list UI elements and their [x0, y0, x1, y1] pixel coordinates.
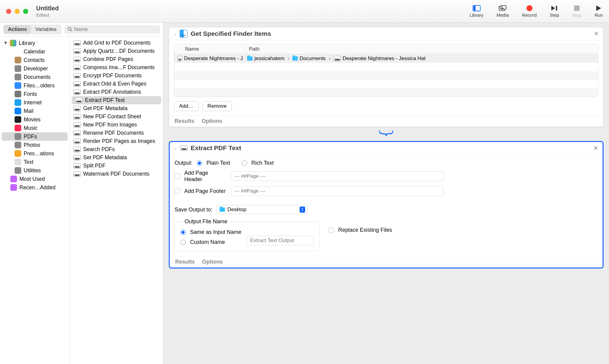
pdf-action-icon: [180, 145, 188, 151]
remove-button[interactable]: Remove: [202, 101, 232, 111]
action-item[interactable]: Rename PDF Documents: [70, 129, 163, 137]
sidebar-item-internet[interactable]: Internet: [0, 98, 70, 107]
media-icon: [499, 5, 507, 12]
chevron-down-icon[interactable]: ⌄: [173, 32, 177, 36]
action-item[interactable]: Apply Quartz…DF Documents: [70, 47, 163, 55]
action-item[interactable]: Search PDFs: [70, 145, 163, 153]
sidebar-item-most-used[interactable]: Most Used: [0, 175, 70, 183]
action-item[interactable]: Add Grid to PDF Documents: [70, 39, 163, 47]
sidebar-item-movies[interactable]: Movies: [0, 115, 70, 124]
category-icon: [15, 48, 21, 55]
action-icon: [73, 57, 81, 62]
radio-same-name[interactable]: [180, 230, 186, 235]
header-input[interactable]: [231, 171, 444, 181]
replace-row: Replace Existing Files: [328, 225, 392, 235]
window-subtitle: Edited: [36, 12, 59, 18]
action-item[interactable]: Set PDF Metadata: [70, 153, 163, 162]
finder-table[interactable]: Name Path Desperate Nightmares - J jessi…: [174, 44, 598, 97]
sidebar-item-developer[interactable]: Developer: [0, 64, 70, 73]
search-input[interactable]: [74, 26, 157, 32]
action-item[interactable]: Extract Odd & Even Pages: [70, 80, 163, 88]
workflow-card-finder-items[interactable]: ⌄ Get Specified Finder Items ✕ Name Path: [169, 27, 604, 127]
svg-rect-7: [574, 5, 580, 11]
run-button[interactable]: Run: [594, 5, 603, 18]
record-button[interactable]: Record: [522, 5, 536, 18]
add-button[interactable]: Add…: [174, 101, 199, 111]
zoom-window-button[interactable]: [23, 9, 28, 14]
close-icon[interactable]: ✕: [594, 30, 599, 37]
chevron-down-icon[interactable]: ▾: [4, 40, 7, 46]
tab-variables[interactable]: Variables: [31, 25, 61, 34]
action-item[interactable]: Watermark PDF Documents: [70, 170, 163, 178]
category-icon: [15, 150, 21, 157]
action-icon: [73, 49, 81, 54]
table-row[interactable]: Desperate Nightmares - J jessicahatem › …: [174, 54, 598, 63]
sidebar-item-pdfs[interactable]: PDFs: [2, 132, 68, 141]
library-tree[interactable]: ▾ Library CalendarContactsDeveloperDocum…: [0, 36, 70, 364]
action-item[interactable]: New PDF from Images: [70, 121, 163, 129]
footer-input[interactable]: [231, 186, 444, 196]
chevron-down-icon[interactable]: ⌄: [174, 146, 177, 150]
sidebar-item-text[interactable]: Text: [0, 158, 70, 166]
tree-root[interactable]: ▾ Library: [0, 39, 70, 47]
action-list[interactable]: Add Grid to PDF DocumentsApply Quartz…DF…: [70, 36, 163, 364]
minimize-window-button[interactable]: [15, 9, 20, 14]
category-icon: [15, 142, 21, 148]
action-item[interactable]: Render PDF Pages as Images: [70, 137, 163, 145]
action-item[interactable]: Extract PDF Annotations: [70, 88, 163, 96]
category-icon: [15, 57, 21, 63]
radio-plain-text[interactable]: [197, 160, 202, 166]
results-tab[interactable]: Results: [175, 118, 194, 124]
column-name[interactable]: Name: [182, 44, 245, 54]
workflow-card-extract-pdf[interactable]: ⌄ Extract PDF Text ✕ Output: Plain Text …: [169, 141, 604, 268]
card-footer: Results Options: [169, 115, 603, 127]
action-icon: [73, 130, 81, 136]
library-stack-icon: [10, 40, 16, 46]
radio-custom-name[interactable]: [180, 240, 186, 245]
action-item[interactable]: Encrypt PDF Documents: [70, 72, 163, 80]
save-location-select[interactable]: Desktop ▲▼: [217, 205, 308, 214]
step-button[interactable]: Step: [550, 5, 559, 18]
action-item[interactable]: Compress Ima…F Documents: [70, 63, 163, 72]
close-window-button[interactable]: [6, 9, 11, 14]
action-item[interactable]: Split PDF: [70, 162, 163, 170]
sidebar-item-contacts[interactable]: Contacts: [0, 56, 70, 64]
workflow-connector: [169, 130, 604, 138]
sidebar-item-mail[interactable]: Mail: [0, 107, 70, 115]
media-button[interactable]: Media: [497, 5, 509, 18]
results-tab[interactable]: Results: [175, 259, 195, 265]
category-icon: [15, 65, 21, 72]
sidebar-item-calendar[interactable]: Calendar: [0, 47, 70, 56]
sidebar-item-recen-added[interactable]: Recen…Added: [0, 183, 70, 192]
library-toolbar: Actions Variables: [0, 23, 163, 36]
library-button[interactable]: Library: [470, 5, 484, 18]
check-add-footer[interactable]: [175, 188, 180, 194]
stop-button[interactable]: Stop: [572, 5, 582, 18]
smart-folder-icon: [10, 184, 17, 191]
sidebar-item-files-olders[interactable]: Files…olders: [0, 81, 70, 90]
sidebar-item-photos[interactable]: Photos: [0, 141, 70, 149]
header-row: Add Page Header: [175, 168, 598, 184]
sidebar-item-fonts[interactable]: Fonts: [0, 90, 70, 98]
check-replace[interactable]: [328, 228, 334, 233]
check-add-header[interactable]: [175, 174, 180, 179]
action-item[interactable]: New PDF Contact Sheet: [70, 113, 163, 121]
sidebar-item-pres-ations[interactable]: Pres…ations: [0, 149, 70, 158]
action-item[interactable]: Extract PDF Text: [72, 96, 161, 104]
action-icon: [73, 122, 81, 128]
radio-rich-text[interactable]: [242, 160, 247, 166]
close-icon[interactable]: ✕: [593, 144, 598, 152]
custom-name-input[interactable]: [247, 236, 314, 245]
action-item[interactable]: Get PDF Metadata: [70, 104, 163, 113]
library-search[interactable]: [64, 25, 160, 34]
column-path[interactable]: Path: [245, 44, 598, 54]
sidebar-item-music[interactable]: Music: [0, 124, 70, 132]
sidebar-item-documents[interactable]: Documents: [0, 73, 70, 81]
library-segment[interactable]: Actions Variables: [3, 25, 61, 34]
sidebar-item-utilities[interactable]: Utilities: [0, 166, 70, 175]
action-item[interactable]: Combine PDF Pages: [70, 55, 163, 63]
workflow-pane[interactable]: ⌄ Get Specified Finder Items ✕ Name Path: [163, 23, 609, 364]
options-tab[interactable]: Options: [202, 259, 223, 265]
options-tab[interactable]: Options: [202, 118, 222, 124]
tab-actions[interactable]: Actions: [4, 25, 31, 34]
